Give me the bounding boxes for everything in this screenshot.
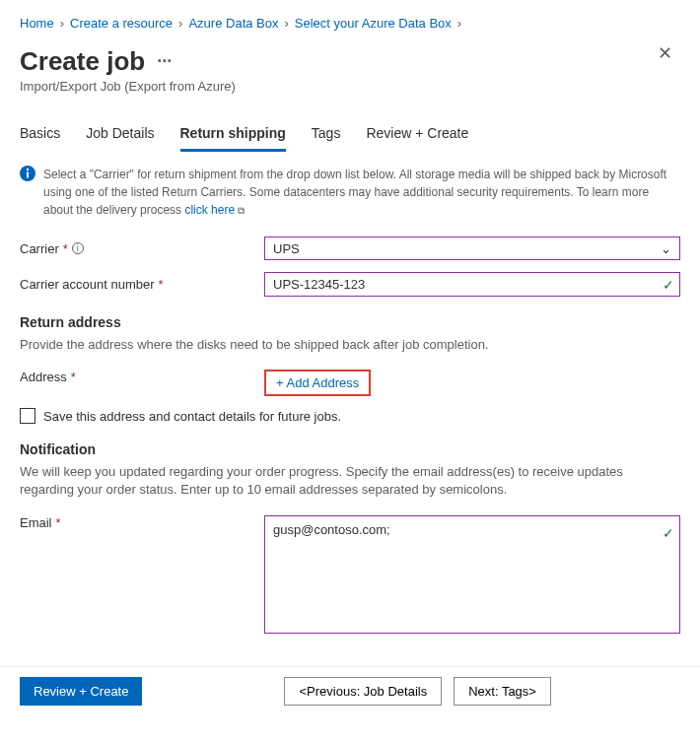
review-create-button[interactable]: Review + Create <box>20 677 142 706</box>
breadcrumb-azure-data-box[interactable]: Azure Data Box <box>188 16 278 31</box>
tab-job-details[interactable]: Job Details <box>86 119 154 152</box>
checkmark-icon: ✓ <box>663 525 674 541</box>
tab-return-shipping[interactable]: Return shipping <box>180 119 286 152</box>
add-address-button[interactable]: + Add Address <box>264 370 371 396</box>
carrier-account-label: Carrier account number* <box>20 277 264 292</box>
carrier-label: Carrier* i <box>20 241 264 256</box>
save-address-label: Save this address and contact details fo… <box>43 409 341 424</box>
next-button[interactable]: Next: Tags> <box>454 677 551 706</box>
page-title: Create job ··· <box>20 46 236 77</box>
svg-rect-1 <box>27 172 29 178</box>
address-label: Address* <box>20 370 264 384</box>
breadcrumb: Home › Create a resource › Azure Data Bo… <box>20 16 680 31</box>
breadcrumb-home[interactable]: Home <box>20 16 54 31</box>
breadcrumb-create-resource[interactable]: Create a resource <box>70 16 173 31</box>
save-address-checkbox[interactable] <box>20 408 35 424</box>
chevron-right-icon: › <box>60 16 64 31</box>
return-address-heading: Return address <box>20 314 680 330</box>
notification-desc: We will keep you updated regarding your … <box>20 463 680 499</box>
help-icon[interactable]: i <box>72 242 84 254</box>
info-link[interactable]: click here <box>184 203 235 217</box>
info-icon <box>20 166 35 181</box>
tab-basics[interactable]: Basics <box>20 119 60 152</box>
footer-bar: Review + Create <Previous: Job Details N… <box>0 666 700 715</box>
more-icon[interactable]: ··· <box>157 51 172 72</box>
external-link-icon: ⧉ <box>238 205 245 216</box>
return-address-desc: Provide the address where the disks need… <box>20 336 680 354</box>
close-icon[interactable]: ✕ <box>650 40 680 66</box>
email-label: Email* <box>20 515 264 530</box>
previous-button[interactable]: <Previous: Job Details <box>284 677 442 706</box>
chevron-right-icon: › <box>178 16 182 31</box>
chevron-right-icon: › <box>284 16 288 31</box>
checkmark-icon: ✓ <box>663 277 674 293</box>
carrier-select[interactable]: UPS ⌄ <box>264 236 680 260</box>
tab-bar: Basics Job Details Return shipping Tags … <box>20 119 680 152</box>
chevron-down-icon: ⌄ <box>661 241 671 256</box>
chevron-right-icon: › <box>457 16 461 31</box>
breadcrumb-select-data-box[interactable]: Select your Azure Data Box <box>295 16 452 31</box>
email-input[interactable] <box>264 515 680 634</box>
info-text: Select a "Carrier" for return shipment f… <box>43 168 666 217</box>
page-subtitle: Import/Export Job (Export from Azure) <box>20 79 236 94</box>
carrier-account-input[interactable] <box>264 272 680 297</box>
tab-tags[interactable]: Tags <box>312 119 341 152</box>
notification-heading: Notification <box>20 441 680 457</box>
info-banner: Select a "Carrier" for return shipment f… <box>20 166 680 219</box>
tab-review-create[interactable]: Review + Create <box>366 119 468 152</box>
svg-point-2 <box>27 169 29 170</box>
